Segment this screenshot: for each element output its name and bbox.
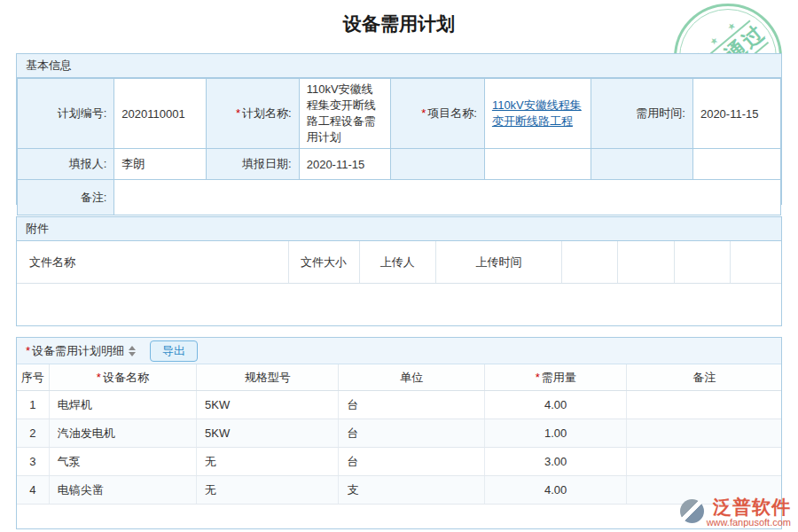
reporter-value: 李朗: [114, 149, 206, 180]
basic-info-table: 计划编号: 2020110001 *计划名称: 110kV安徽线程集变开断线路工…: [17, 78, 781, 215]
attach-col-uploader: 上传人: [359, 241, 435, 284]
plan-no-label: 计划编号:: [18, 79, 114, 149]
report-date-value: 2020-11-15: [299, 149, 390, 180]
cell-spec: 5KW: [197, 391, 339, 419]
cell-seq: 3: [17, 448, 49, 476]
required-asterisk: *: [26, 344, 30, 357]
col-device-name: *设备名称: [49, 364, 196, 391]
page-title: 设备需用计划: [0, 0, 798, 40]
required-asterisk: *: [536, 371, 540, 384]
required-asterisk: *: [236, 106, 240, 120]
cell-device-name: 汽油发电机: [49, 419, 196, 448]
detail-table: 序号 *设备名称 规格型号 单位 *需用量 备注 1 电焊机 5KW 台 4.0…: [17, 364, 781, 505]
empty-value-cell: [484, 149, 591, 180]
attach-col-filesize: 文件大小: [288, 241, 359, 284]
cell-qty: 1.00: [485, 419, 627, 448]
col-remark: 备注: [627, 364, 781, 391]
cell-spec: 5KW: [197, 419, 339, 448]
cell-qty: 4.00: [485, 476, 627, 505]
attachments-header: 附件: [17, 217, 781, 241]
col-unit: 单位: [339, 364, 485, 391]
table-row: 3 气泵 无 台 3.00: [17, 448, 781, 476]
reporter-label: 填报人:: [18, 149, 114, 180]
col-spec: 规格型号: [197, 364, 339, 391]
required-asterisk: *: [421, 106, 426, 120]
cell-device-name: 气泵: [49, 448, 196, 476]
required-asterisk: *: [97, 371, 101, 384]
table-row: 4 电镐尖凿 无 支 4.00: [17, 476, 781, 505]
attach-col-empty: [674, 241, 730, 284]
attachments-table: 文件名称 文件大小 上传人 上传时间: [17, 241, 781, 284]
fanpu-logo-icon: [680, 499, 704, 523]
remark-value: [114, 180, 781, 215]
basic-info-section: 基本信息 计划编号: 2020110001 *计划名称: 110kV安徽线程集变…: [16, 53, 782, 205]
cell-device-name: 电镐尖凿: [49, 476, 196, 505]
cell-unit: 台: [339, 448, 485, 476]
cell-unit: 支: [339, 476, 485, 505]
cell-spec: 无: [197, 448, 339, 476]
export-button[interactable]: 导出: [150, 340, 198, 362]
table-row: 1 电焊机 5KW 台 4.00: [17, 391, 781, 419]
attach-col-empty: [730, 241, 781, 284]
cell-unit: 台: [339, 419, 485, 448]
cell-seq: 4: [17, 476, 49, 505]
cell-seq: 1: [17, 391, 49, 419]
need-date-value: 2020-11-15: [692, 79, 780, 149]
plan-name-value: 110kV安徽线程集变开断线路工程设备需用计划: [299, 79, 390, 149]
plan-name-label: *计划名称:: [206, 79, 299, 149]
attach-col-empty: [562, 241, 618, 284]
project-name-link[interactable]: 110kV安徽线程集变开断线路工程: [492, 98, 582, 128]
project-name-label: *项目名称:: [391, 79, 485, 149]
basic-info-header: 基本信息: [17, 54, 781, 78]
detail-section-header: * 设备需用计划明细 导出: [17, 338, 781, 364]
sort-arrows-icon[interactable]: [129, 346, 136, 356]
col-seq: 序号: [17, 364, 49, 391]
remark-label: 备注:: [18, 180, 114, 215]
empty-label-cell: [591, 149, 692, 180]
cell-device-name: 电焊机: [49, 391, 196, 419]
attach-col-uploadtime: 上传时间: [435, 241, 561, 284]
cell-qty: 4.00: [485, 391, 627, 419]
cell-unit: 台: [339, 391, 485, 419]
cell-remark: [627, 419, 781, 448]
detail-section: * 设备需用计划明细 导出 序号 *设备名称 规格型号 单位 *需用量 备注 1…: [16, 337, 782, 529]
attach-col-filename: 文件名称: [17, 241, 288, 284]
plan-no-value: 2020110001: [114, 79, 206, 149]
cell-remark: [627, 448, 781, 476]
cell-seq: 2: [17, 419, 49, 448]
attach-col-empty: [618, 241, 675, 284]
empty-value-cell: [692, 149, 780, 180]
table-row: 2 汽油发电机 5KW 台 1.00: [17, 419, 781, 448]
cell-spec: 无: [197, 476, 339, 505]
cell-remark: [627, 391, 781, 419]
cell-qty: 3.00: [485, 448, 627, 476]
col-qty: *需用量: [485, 364, 627, 391]
report-date-label: 填报日期:: [206, 149, 299, 180]
need-date-label: 需用时间:: [591, 79, 692, 149]
empty-label-cell: [391, 149, 485, 180]
fanpu-brand-text: 泛普软件: [713, 497, 791, 517]
detail-section-title: 设备需用计划明细: [32, 343, 124, 359]
fanpu-watermark: 泛普软件 www.fanpusoft.com: [680, 497, 791, 528]
fanpu-url-text: www.fanpusoft.com: [707, 517, 791, 528]
attachments-section: 附件 文件名称 文件大小 上传人 上传时间: [16, 216, 782, 326]
